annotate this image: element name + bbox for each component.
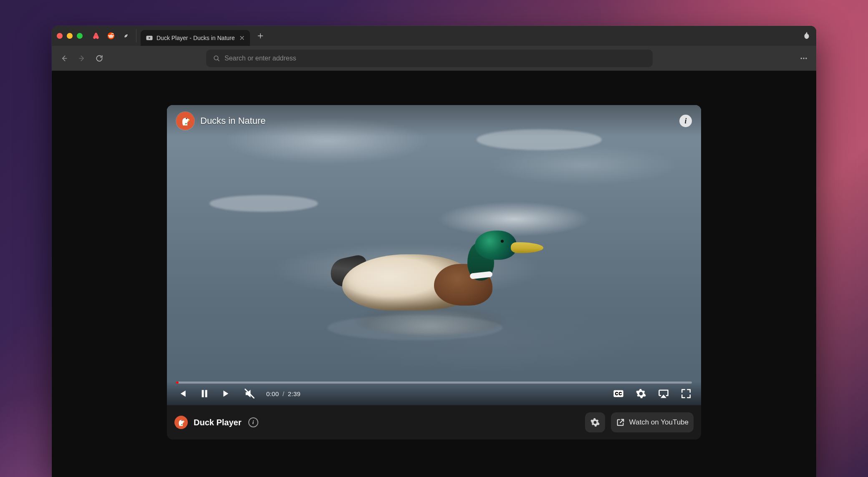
current-time: 0:00 [266,390,279,397]
svg-point-14 [186,118,187,119]
fire-button[interactable] [802,30,811,41]
progress-filled [176,382,179,384]
pinned-tab-notes[interactable] [119,29,133,43]
pinned-tab-reddit[interactable] [104,29,118,43]
more-horizontal-icon [800,54,808,63]
tab-bar: Duck Player - Ducks in Nature [52,26,816,46]
browser-window: Duck Player - Ducks in Nature [52,26,816,477]
window-minimize-button[interactable] [67,33,73,39]
closed-captions-icon [613,388,624,399]
tab-close-button[interactable] [238,34,246,42]
search-icon [213,55,220,62]
svg-point-2 [110,36,111,37]
airplay-button[interactable] [658,388,669,399]
svg-point-19 [182,420,182,421]
gear-icon [636,388,646,399]
next-button[interactable] [221,388,233,399]
address-bar[interactable] [206,50,653,67]
progress-bar[interactable] [176,382,692,384]
skip-next-icon [222,388,232,399]
fullscreen-icon [681,388,691,399]
svg-point-3 [111,36,112,37]
video-header: Ducks in Nature i [167,105,701,137]
mute-button[interactable] [244,388,255,399]
fire-icon [802,30,811,40]
watch-on-youtube-label: Watch on YouTube [629,418,689,427]
svg-point-11 [803,58,804,59]
address-input[interactable] [225,55,646,62]
duck-player-logo [174,416,188,429]
player-name-label: Duck Player [194,418,242,427]
time-display: 0:00 / 2:39 [266,390,300,397]
back-button[interactable] [58,52,71,65]
captions-button[interactable] [613,388,624,399]
video-settings-button[interactable] [635,388,647,399]
svg-rect-16 [205,390,207,397]
gear-icon [590,417,600,427]
player-footer: Duck Player i Watch on YouTube [167,405,701,439]
window-close-button[interactable] [57,33,63,39]
time-separator: / [283,390,284,397]
skip-previous-icon [177,388,187,399]
airplay-icon [658,387,669,400]
window-zoom-button[interactable] [77,33,83,39]
svg-point-12 [805,58,807,59]
reload-button[interactable] [93,52,106,65]
svg-point-5 [108,35,109,36]
dax-duck-icon [178,113,193,128]
arrow-right-icon [78,54,86,63]
close-icon [240,35,245,40]
svg-point-10 [801,58,802,59]
svg-rect-15 [202,390,204,397]
video-player[interactable]: Ducks in Nature i [167,105,701,405]
forward-button[interactable] [75,52,88,65]
arrow-left-icon [60,54,68,63]
watch-on-youtube-button[interactable]: Watch on YouTube [611,412,694,432]
pinned-tabs [89,29,136,43]
pause-icon [199,388,210,399]
player-info-button[interactable]: i [248,417,258,427]
pinned-tab-airbnb[interactable] [89,29,103,43]
duration: 2:39 [288,390,300,397]
page-content: Ducks in Nature i [52,71,816,477]
channel-avatar[interactable] [176,112,194,130]
active-tab[interactable]: Duck Player - Ducks in Nature [141,30,250,46]
leaf-app-icon [122,32,130,40]
airbnb-icon [92,32,100,40]
new-tab-button[interactable] [254,30,267,42]
overflow-menu-button[interactable] [797,52,810,65]
duck-player-card: Ducks in Nature i [167,105,701,439]
volume-muted-icon [244,387,255,400]
dax-duck-icon [175,417,187,428]
tabbar-right [802,30,811,41]
player-settings-button[interactable] [585,412,605,432]
video-controls: 0:00 / 2:39 [167,382,701,405]
duck-illustration [342,231,526,327]
previous-button[interactable] [176,388,188,399]
pause-button[interactable] [199,388,210,399]
fullscreen-button[interactable] [680,388,692,399]
tab-title: Duck Player - Ducks in Nature [156,35,235,41]
water-ripple [209,195,318,212]
plus-icon [257,33,264,39]
reddit-icon [107,32,115,40]
toolbar [52,46,816,71]
video-info-button[interactable]: i [679,115,692,127]
video-title: Ducks in Nature [200,115,266,126]
reload-icon [95,54,103,63]
youtube-favicon-icon [146,34,153,42]
svg-point-6 [113,35,114,36]
external-link-icon [616,418,625,427]
window-controls [57,33,83,39]
